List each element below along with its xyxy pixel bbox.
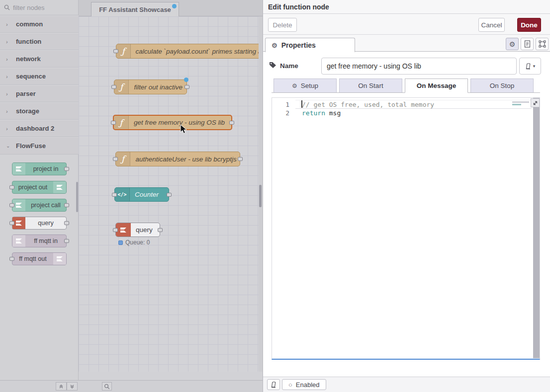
category-label: common [16,20,43,28]
node-authenticate-user[interactable]: ƒ authenticateUser - use lib bcryptjs [115,152,240,166]
flowfuse-icon [116,223,131,236]
editor-scrollbar[interactable] [533,98,540,358]
zoom-search-button[interactable] [102,382,112,391]
palette-collapse-all-button[interactable] [56,382,67,391]
enabled-label: Enabled [296,381,320,389]
flow-canvas[interactable]: ƒ calculate `payload.count` primes start… [79,16,259,372]
canvas-vscroll-thumb[interactable] [259,185,262,207]
expand-editor-button[interactable] [531,98,540,107]
tray-header: Edit function node [263,0,550,14]
name-input[interactable] [321,58,517,75]
name-row: Name ▾ [263,52,550,78]
show-appearance-button[interactable] [536,38,549,50]
cancel-button[interactable]: Cancel [478,18,505,32]
palette-node-label: project in [25,165,66,172]
show-properties-button[interactable]: ⚙ [506,38,519,50]
input-port[interactable] [9,221,14,225]
output-port[interactable] [64,221,69,225]
output-port[interactable] [184,85,189,89]
caret-down-icon: ▾ [533,64,536,69]
node-query[interactable]: query [115,223,160,237]
tab-setup[interactable]: ⚙ Setup [274,78,337,93]
palette-node-ff-mqtt-out[interactable]: ff mqtt out [12,252,67,265]
tab-on-message[interactable]: On Message [405,78,468,93]
flow-tab-label: FF Assistant Showcase [99,6,171,13]
palette-node-ff-mqtt-in[interactable]: ff mqtt in [12,235,67,247]
palette-node-project-out[interactable]: project out [12,181,67,194]
node-filter-out-inactive[interactable]: ƒ filter out inactive [114,79,187,94]
palette-node-label: ff mqtt out [12,255,53,262]
gear-icon: ⚙ [509,40,516,48]
output-port[interactable] [158,228,163,232]
name-label: Name [280,62,298,70]
node-status: Queue: 0 [118,239,150,246]
code-line-2: return msg [302,109,341,117]
output-port[interactable] [64,203,69,207]
palette-category-common[interactable]: ›common [0,15,79,33]
palette-scrollbar[interactable] [76,182,78,212]
palette-category-flowfuse[interactable]: ⌄FlowFuse [0,137,79,155]
category-label: sequence [16,73,46,80]
node-calculate-primes[interactable]: ƒ calculate `payload.count` primes start… [116,44,259,59]
palette-node-label: ff mqtt in [25,237,66,244]
palette-node-label: query [25,220,66,227]
palette-filter-input[interactable] [13,4,68,11]
output-port[interactable] [167,193,172,197]
tray-tabs-row: ⚙ Properties ⚙ [263,35,550,52]
show-description-button[interactable] [521,38,534,50]
library-button[interactable] [267,379,280,390]
book-icon [525,63,531,70]
done-button[interactable]: Done [517,18,541,32]
input-port[interactable] [9,257,14,261]
flowfuse-icon [12,235,25,247]
palette-node-query[interactable]: query [12,217,67,230]
palette-category-sequence[interactable]: ›sequence [0,68,79,85]
palette-category-dashboard-2[interactable]: ›dashboard 2 [0,120,79,137]
input-port[interactable] [113,49,118,53]
palette-expand-all-button[interactable] [67,382,78,391]
palette-category-function[interactable]: ›function [0,33,79,50]
palette-filter[interactable] [0,0,79,15]
output-port[interactable] [64,239,69,243]
input-port[interactable] [9,185,14,189]
node-label: calculate `payload.count` primes startin… [131,48,259,55]
input-port[interactable] [111,85,116,89]
tab-on-stop[interactable]: On Stop [470,78,534,93]
node-label: filter out inactive [129,83,186,91]
palette-node-project-in[interactable]: project in [12,162,67,175]
chevron-right-icon: › [6,91,10,97]
chevron-right-icon: › [6,74,10,79]
palette-category-storage[interactable]: ›storage [0,102,79,120]
palette-node-project-call[interactable]: project call [12,199,67,212]
input-port[interactable] [9,203,14,207]
double-chevron-up-icon [59,384,64,389]
tab-label: On Message [417,82,457,89]
tab-on-start[interactable]: On Start [339,78,402,93]
node-get-free-memory[interactable]: ƒ get free memory - using OS lib [113,115,232,130]
magnifier-icon [104,384,110,390]
node-counter[interactable]: </> Counter [114,187,169,202]
input-port[interactable] [112,193,117,197]
input-port[interactable] [111,121,116,125]
line-number: 2 [285,109,289,117]
tray-toolbar: Delete Cancel Done [263,14,550,35]
delete-button[interactable]: Delete [268,18,297,32]
node-modified-dot [184,78,188,82]
palette-category-network[interactable]: ›network [0,50,79,68]
category-label: network [16,55,41,63]
palette-category-parser[interactable]: ›parser [0,85,79,102]
input-port[interactable] [113,157,118,161]
output-port[interactable] [229,121,234,125]
node-enabled-toggle[interactable]: ○ Enabled [282,379,326,390]
input-port[interactable] [113,228,118,232]
palette-node-label: project call [25,202,66,209]
flow-tab[interactable]: FF Assistant Showcase [91,2,179,16]
chevron-right-icon: › [6,108,10,114]
tab-properties[interactable]: ⚙ Properties [265,38,355,52]
library-dropdown-button[interactable]: ▾ [519,58,541,75]
tray-footer: ○ Enabled [263,377,550,392]
tab-label: On Stop [490,82,515,89]
output-port[interactable] [238,157,243,161]
output-port[interactable] [64,167,69,171]
code-editor[interactable]: 1 2 // get OS free, used, total memory r… [272,97,540,360]
